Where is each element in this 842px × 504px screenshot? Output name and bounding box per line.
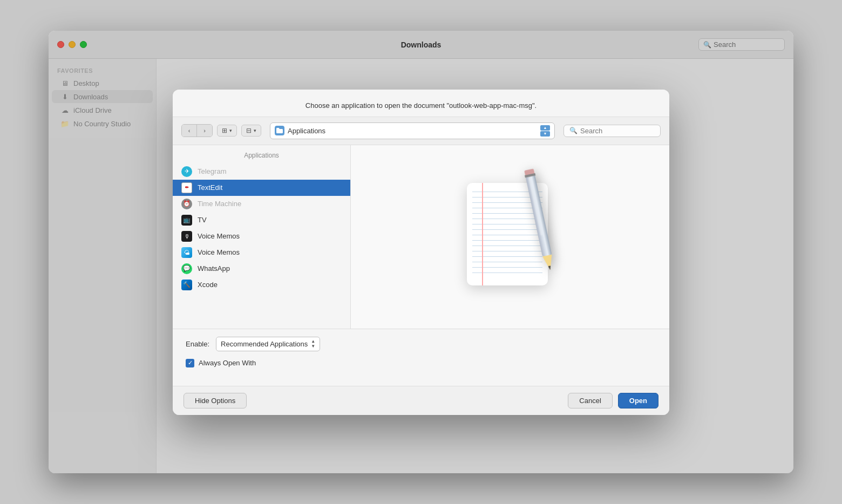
app-item-tv[interactable]: 📺 TV (173, 212, 350, 228)
preview-panel (351, 145, 669, 329)
app-item-voicememos[interactable]: 🎙 Voice Memos (173, 228, 350, 244)
finder-window: Downloads 🔍 Favorites 🖥 Desktop ⬇ Downlo… (49, 31, 793, 473)
svg-rect-0 (525, 173, 552, 256)
app-name-weather: Voice Memos (198, 248, 240, 256)
dialog-enable-row: Enable: Recommended Applications ▲ ▼ (173, 329, 669, 359)
modal-overlay: Choose an application to open the docume… (49, 31, 793, 473)
weather-icon: 🌤 (181, 247, 192, 258)
dialog-footer: Hide Options Cancel Open (173, 386, 669, 415)
app-name-timemachine: Time Machine (198, 200, 241, 208)
hide-options-button[interactable]: Hide Options (184, 393, 247, 408)
enable-label: Enable: (186, 340, 209, 348)
open-with-dialog: Choose an application to open the docume… (173, 90, 669, 415)
grid-view-button[interactable]: ⊟ ▾ (241, 125, 261, 137)
column-view-button[interactable]: ⊞ ▾ (217, 125, 237, 137)
footer-right-buttons: Cancel Open (568, 393, 658, 408)
app-item-whatsapp[interactable]: 💬 WhatsApp (173, 261, 350, 277)
grid-view-chevron: ▾ (254, 128, 256, 133)
dialog-toolbar: ‹ › ⊞ ▾ ⊟ ▾ A (173, 117, 669, 145)
voicememos-icon: 🎙 (181, 231, 192, 242)
textedit-preview (456, 167, 564, 307)
textedit-icon: ✏ (181, 182, 192, 193)
back-button[interactable]: ‹ (182, 125, 197, 137)
app-name-xcode: Xcode (198, 281, 218, 289)
dialog-body: Applications ✈ Telegram ✏ TextEdit ⏰ Tim… (173, 145, 669, 329)
app-item-xcode[interactable]: 🔨 Xcode (173, 277, 350, 293)
stepper-up[interactable]: ▲ (540, 125, 550, 131)
cancel-button[interactable]: Cancel (568, 393, 612, 408)
nav-button-group: ‹ › (181, 124, 213, 137)
svg-marker-3 (542, 254, 555, 271)
app-name-tv: TV (198, 216, 207, 224)
dialog-search-bar[interactable]: 🔍 (563, 125, 661, 137)
apps-panel: Applications ✈ Telegram ✏ TextEdit ⏰ Tim… (173, 145, 351, 329)
column-view-chevron: ▾ (229, 128, 232, 133)
grid-view-icon: ⊟ (246, 127, 252, 134)
doc-red-margin (482, 183, 483, 285)
app-name-telegram: Telegram (198, 167, 226, 175)
location-folder-icon (275, 126, 284, 135)
location-text: Applications (288, 127, 537, 135)
apps-panel-header: Applications (173, 149, 350, 164)
dialog-spacer (173, 375, 669, 386)
location-bar[interactable]: Applications ▲ ▼ (270, 122, 555, 139)
svg-marker-4 (548, 265, 552, 270)
tv-icon: 📺 (181, 215, 192, 226)
dialog-header-text: Choose an application to open the docume… (305, 101, 537, 110)
column-view-icon: ⊞ (222, 127, 227, 134)
stepper-down[interactable]: ▼ (540, 131, 550, 137)
search-icon: 🔍 (569, 127, 578, 134)
open-button[interactable]: Open (618, 393, 658, 408)
always-open-checkbox[interactable]: ✓ (186, 359, 194, 367)
telegram-icon: ✈ (181, 166, 192, 177)
whatsapp-icon: 💬 (181, 263, 192, 274)
enable-dropdown[interactable]: Recommended Applications ▲ ▼ (216, 337, 320, 351)
app-item-weather[interactable]: 🌤 Voice Memos (173, 244, 350, 261)
always-open-label: Always Open With (199, 359, 256, 367)
app-item-telegram[interactable]: ✈ Telegram (173, 164, 350, 180)
app-name-whatsapp: WhatsApp (198, 264, 230, 273)
location-stepper[interactable]: ▲ ▼ (540, 125, 550, 137)
enable-stepper: ▲ ▼ (311, 339, 315, 349)
enable-option-label: Recommended Applications (221, 340, 308, 348)
app-item-textedit[interactable]: ✏ TextEdit (173, 180, 350, 196)
xcode-icon: 🔨 (181, 280, 192, 290)
dialog-header: Choose an application to open the docume… (173, 90, 669, 117)
always-open-row: ✓ Always Open With (173, 359, 669, 375)
dialog-search-input[interactable] (580, 127, 655, 135)
app-name-voicememos: Voice Memos (198, 232, 240, 240)
app-name-textedit: TextEdit (198, 183, 222, 192)
timemachine-icon: ⏰ (181, 199, 192, 209)
forward-button[interactable]: › (197, 125, 212, 137)
app-item-timemachine[interactable]: ⏰ Time Machine (173, 196, 350, 212)
